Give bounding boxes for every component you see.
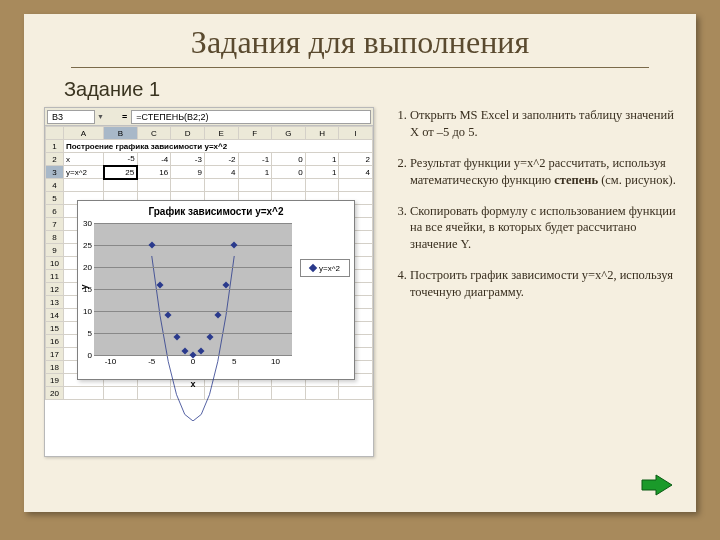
formula-input: =СТЕПЕНЬ(B2;2)	[131, 110, 371, 124]
fx-equals: =	[122, 112, 127, 122]
chart-legend: y=x^2	[300, 259, 350, 277]
instructions: Открыть MS Excel и заполнить таблицу зна…	[388, 107, 676, 457]
chart-title: График зависимости y=x^2	[78, 201, 354, 219]
slide-subtitle: Задание 1	[64, 78, 696, 101]
step-2: Результат функции y=x^2 рассчитать, испо…	[410, 155, 676, 189]
arrow-right-icon	[640, 472, 674, 498]
x-axis-label: x	[94, 379, 292, 389]
legend-label: y=x^2	[319, 264, 340, 273]
step-4: Построить график зависимости y=x^2, испо…	[410, 267, 676, 301]
step-1: Открыть MS Excel и заполнить таблицу зна…	[410, 107, 676, 141]
dropdown-icon: ▼	[97, 113, 104, 120]
col-header-row: A B C D E F G H I	[46, 127, 373, 140]
legend-marker-icon	[309, 264, 317, 272]
x-ticks: -10-50510	[94, 357, 292, 367]
table-row: 2 x -5 -4 -3 -2 -1 0 1 2	[46, 153, 373, 166]
step-3: Скопировать формулу с использованием фун…	[410, 203, 676, 254]
excel-screenshot: B3 ▼ = =СТЕПЕНЬ(B2;2) A B C D E F	[44, 107, 374, 457]
table-row: 1 Построение графика зависимости y=x^2	[46, 140, 373, 153]
chart: График зависимости y=x^2 y 051015202530 …	[77, 200, 355, 380]
plot-area: 051015202530	[94, 223, 292, 355]
name-box: B3	[47, 110, 95, 124]
next-button[interactable]	[640, 472, 674, 498]
slide-title: Задания для выполнения	[71, 24, 649, 68]
svg-marker-0	[642, 475, 672, 495]
formula-bar: B3 ▼ = =СТЕПЕНЬ(B2;2)	[45, 108, 373, 126]
table-row: 3 y=x^2 25 16 9 4 1 0 1 4	[46, 166, 373, 179]
